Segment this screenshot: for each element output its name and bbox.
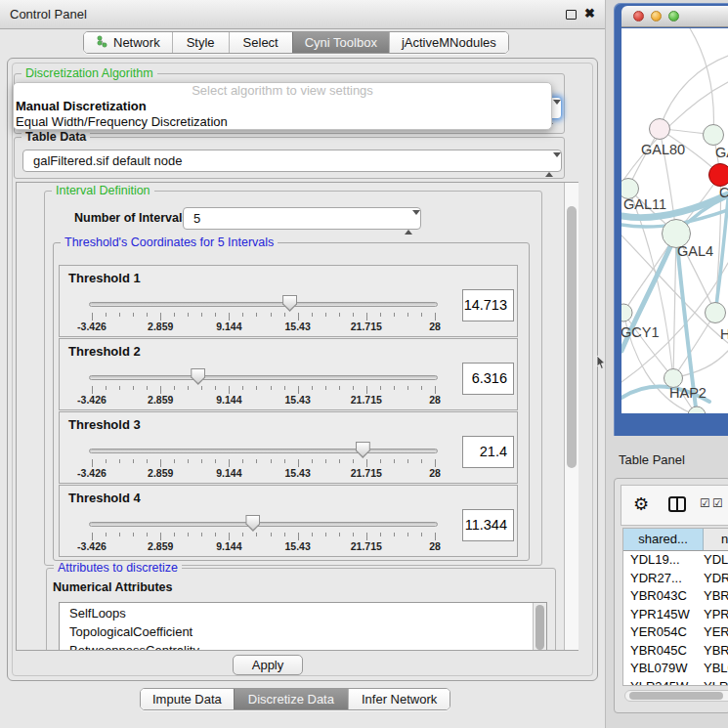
algorithm-option-manual[interactable]: Manual Discretization bbox=[14, 99, 551, 114]
list-scrollbar[interactable] bbox=[533, 603, 546, 650]
table-cell-name[interactable]: YPR1 bbox=[704, 606, 728, 624]
slider-track[interactable] bbox=[89, 449, 438, 453]
network-node[interactable] bbox=[706, 303, 726, 323]
threshold-value-field[interactable]: 11.344 bbox=[462, 509, 514, 541]
table-cell-name[interactable]: YBR0 bbox=[704, 587, 728, 606]
close-traffic-light-icon[interactable] bbox=[633, 11, 644, 21]
threshold-value-field[interactable]: 21.4 bbox=[462, 436, 514, 468]
zoom-traffic-light-icon[interactable] bbox=[668, 11, 679, 21]
slider-handle[interactable] bbox=[356, 442, 370, 458]
table-row[interactable]: YPR145WYPR1 bbox=[623, 606, 728, 624]
slider-scale-label: 15.43 bbox=[284, 321, 310, 332]
threshold-value-field[interactable]: 14.713 bbox=[462, 289, 514, 321]
table-cell-name[interactable]: YBL0 bbox=[704, 660, 728, 678]
slider-handle[interactable] bbox=[282, 295, 297, 312]
tab-cyni-toolbox[interactable]: Cyni Toolbox bbox=[292, 32, 389, 53]
network-node-label: HAP2 bbox=[669, 385, 707, 401]
table-data-combo[interactable]: galFiltered.sif default node bbox=[22, 150, 562, 172]
network-node[interactable] bbox=[704, 125, 724, 146]
table-row[interactable]: YBL079WYBL0 bbox=[623, 660, 728, 678]
slider-tick bbox=[339, 313, 340, 317]
network-node[interactable] bbox=[688, 407, 706, 413]
network-node[interactable] bbox=[621, 304, 632, 321]
table-cell-shared-name[interactable]: YDL19... bbox=[623, 551, 704, 570]
slider-handle[interactable] bbox=[191, 368, 205, 385]
threshold-value-field[interactable]: 6.316 bbox=[462, 363, 514, 395]
table-cell-shared-name[interactable]: YDR27... bbox=[623, 570, 704, 588]
combo-stepper-icon bbox=[405, 212, 413, 233]
float-window-icon[interactable] bbox=[566, 10, 577, 20]
tab-impute-data[interactable]: Impute Data bbox=[141, 689, 234, 709]
slider-tick bbox=[271, 386, 272, 390]
settings-scrollbar[interactable] bbox=[564, 183, 578, 650]
algorithm-option-equal-width[interactable]: Equal Width/Frequency Discretization bbox=[14, 114, 551, 130]
numeric-attribute-item[interactable]: SelfLoops bbox=[60, 604, 533, 622]
slider-tick bbox=[215, 533, 216, 536]
settings-scrollbar-thumb[interactable] bbox=[567, 206, 577, 468]
tab-jactivemnodules[interactable]: jActiveMNodules bbox=[389, 32, 508, 53]
table-row[interactable]: YLR345WYLR3 bbox=[623, 678, 728, 687]
interval-definition-group: Interval Definition Number of Intervals … bbox=[44, 191, 542, 566]
numerical-attributes-list[interactable]: SelfLoopsTopologicalCoefficientBetweenne… bbox=[59, 602, 547, 650]
network-node[interactable] bbox=[650, 119, 670, 140]
slider-tick bbox=[201, 313, 202, 317]
network-window-titlebar[interactable] bbox=[621, 6, 728, 27]
tab-network[interactable]: Network bbox=[84, 32, 172, 53]
tab-discretize-data[interactable]: Discretize Data bbox=[234, 689, 348, 709]
network-canvas[interactable]: GAL80GACGAL11GAL4GCY1HHAP2 bbox=[621, 28, 728, 413]
table-cell-name[interactable]: YDL1 bbox=[704, 551, 728, 570]
table-row[interactable]: YDL19...YDL1 bbox=[623, 551, 728, 570]
table-row[interactable]: YDR27...YDR2 bbox=[623, 570, 728, 588]
table-cell-shared-name[interactable]: YBR043C bbox=[623, 587, 704, 606]
slider-tick bbox=[133, 459, 134, 463]
slider-handle[interactable] bbox=[245, 515, 260, 532]
slider-scale-label: -3.426 bbox=[77, 467, 107, 479]
network-view-frame[interactable]: GAL80GACGAL11GAL4GCY1HHAP2 bbox=[614, 3, 728, 436]
numeric-attribute-item[interactable]: BetweennessCentrality bbox=[60, 641, 533, 650]
table-row[interactable]: YER054CYER0 bbox=[623, 623, 728, 642]
table-cell-shared-name[interactable]: YBL079W bbox=[623, 660, 704, 678]
table-cell-shared-name[interactable]: YPR145W bbox=[623, 606, 704, 624]
table-toolbar: ⚙ ☑ ☑ bbox=[621, 485, 728, 526]
slider-tick bbox=[366, 459, 367, 467]
table-cell-name[interactable]: YER0 bbox=[704, 623, 728, 642]
slider-tick bbox=[353, 459, 354, 463]
gear-icon[interactable]: ⚙ bbox=[633, 493, 649, 515]
table-row[interactable]: YBR045CYBR0 bbox=[623, 642, 728, 661]
table-cell-name[interactable]: YLR3 bbox=[704, 678, 728, 687]
tab-infer-network[interactable]: Infer Network bbox=[348, 689, 450, 709]
slider-tick bbox=[298, 386, 299, 394]
table-hscrollbar-thumb[interactable] bbox=[629, 692, 723, 700]
table-cell-name[interactable]: YBR0 bbox=[704, 642, 728, 661]
table-cell-name[interactable]: YDR2 bbox=[704, 570, 728, 588]
table-header-row: shared... na bbox=[623, 529, 728, 551]
slider-track[interactable] bbox=[89, 302, 438, 307]
tab-select[interactable]: Select bbox=[229, 32, 292, 53]
tab-style[interactable]: Style bbox=[172, 32, 229, 53]
close-icon[interactable]: ✖ bbox=[584, 6, 595, 21]
panel-title: Control Panel bbox=[10, 7, 87, 21]
slider-track[interactable] bbox=[89, 375, 438, 380]
split-view-icon[interactable] bbox=[668, 496, 686, 512]
num-intervals-combo[interactable]: 5 bbox=[183, 207, 421, 230]
slider-tick bbox=[312, 459, 313, 463]
table-cell-shared-name[interactable]: YLR345W bbox=[623, 678, 704, 687]
numeric-attribute-item[interactable]: TopologicalCoefficient bbox=[60, 622, 533, 641]
minimize-traffic-light-icon[interactable] bbox=[651, 11, 662, 21]
network-node[interactable] bbox=[709, 164, 728, 187]
slider-tick bbox=[229, 533, 230, 540]
list-scrollbar-thumb[interactable] bbox=[535, 605, 544, 650]
column-header-name[interactable]: na bbox=[704, 529, 728, 550]
algorithm-prompt-option[interactable]: Select algorithm to view settings bbox=[14, 83, 551, 99]
table-row[interactable]: YBR043CYBR0 bbox=[623, 587, 728, 606]
node-attribute-table: shared... na YDL19...YDL1YDR27...YDR2YBR… bbox=[622, 528, 728, 686]
checkbox-icon[interactable]: ☑ bbox=[712, 496, 723, 510]
checkbox-icon[interactable]: ☑ bbox=[700, 496, 710, 510]
table-hscrollbar[interactable] bbox=[624, 690, 728, 702]
table-cell-shared-name[interactable]: YBR045C bbox=[623, 642, 704, 661]
apply-button[interactable]: Apply bbox=[233, 655, 303, 675]
slider-tick bbox=[160, 459, 161, 467]
table-cell-shared-name[interactable]: YER054C bbox=[623, 623, 704, 642]
slider-track[interactable] bbox=[89, 522, 438, 527]
column-header-shared-name[interactable]: shared... bbox=[623, 529, 704, 550]
